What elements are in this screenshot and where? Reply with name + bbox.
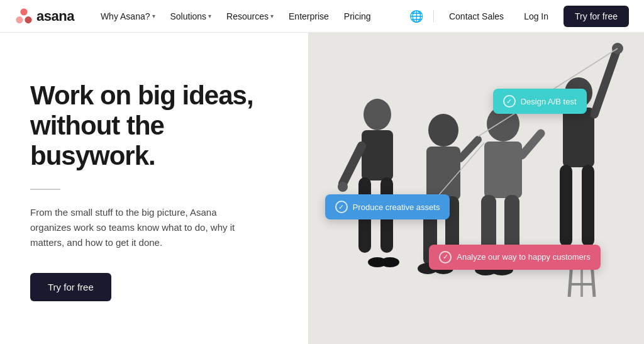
svg-point-2 xyxy=(25,16,31,23)
svg-point-4 xyxy=(364,99,391,130)
chevron-down-icon: ▾ xyxy=(270,13,274,19)
nav-resources[interactable]: Resources ▾ xyxy=(220,8,280,25)
logo[interactable]: asana xyxy=(15,8,74,25)
navigation: asana Why Asana? ▾ Solutions ▾ Resources… xyxy=(0,0,644,33)
svg-rect-29 xyxy=(582,165,594,247)
svg-rect-20 xyxy=(484,141,522,198)
check-icon: ✓ xyxy=(439,251,452,264)
try-for-free-nav-button[interactable]: Try for free xyxy=(564,6,629,27)
hero-description: From the small stuff to the big picture,… xyxy=(30,205,244,250)
asana-logo-icon xyxy=(15,8,33,25)
main-content: Work on big ideas, without the busywork.… xyxy=(0,33,644,344)
people-illustration xyxy=(308,33,644,344)
nav-solutions[interactable]: Solutions ▾ xyxy=(164,8,218,25)
svg-point-0 xyxy=(20,8,27,15)
svg-rect-28 xyxy=(560,165,572,247)
nav-divider xyxy=(433,10,434,23)
chevron-down-icon: ▾ xyxy=(152,13,155,19)
svg-point-12 xyxy=(428,114,458,147)
right-panel: ✓ Design A/B test ✓ Produce creative ass… xyxy=(308,33,644,344)
hero-title: Work on big ideas, without the busywork. xyxy=(30,80,278,172)
try-for-free-hero-button[interactable]: Try for free xyxy=(30,273,111,301)
login-link[interactable]: Log In xyxy=(519,8,553,25)
hero-divider xyxy=(30,189,60,190)
nav-pricing[interactable]: Pricing xyxy=(338,8,377,25)
contact-sales-link[interactable]: Contact Sales xyxy=(444,8,509,25)
check-icon: ✓ xyxy=(503,95,516,108)
chevron-down-icon: ▾ xyxy=(208,13,211,19)
nav-enterprise[interactable]: Enterprise xyxy=(282,8,335,25)
svg-rect-5 xyxy=(362,130,393,180)
nav-right: 🌐 Contact Sales Log In Try for free xyxy=(409,6,629,27)
check-icon: ✓ xyxy=(335,201,348,213)
task-badge-produce: ✓ Produce creative assets xyxy=(325,194,450,219)
task-badge-design: ✓ Design A/B test xyxy=(493,89,587,114)
svg-point-9 xyxy=(380,257,399,267)
svg-rect-13 xyxy=(426,147,460,200)
globe-icon[interactable]: 🌐 xyxy=(409,9,423,23)
logo-text: asana xyxy=(36,8,74,25)
nav-links: Why Asana? ▾ Solutions ▾ Resources ▾ Ent… xyxy=(94,8,409,25)
nav-why-asana[interactable]: Why Asana? ▾ xyxy=(94,8,162,25)
svg-point-11 xyxy=(338,182,348,192)
svg-point-1 xyxy=(16,16,23,23)
svg-rect-27 xyxy=(563,108,594,167)
task-badge-analyze: ✓ Analyze our way to happy customers xyxy=(429,245,600,270)
left-panel: Work on big ideas, without the busywork.… xyxy=(0,33,308,344)
hero-image-area xyxy=(308,33,644,344)
